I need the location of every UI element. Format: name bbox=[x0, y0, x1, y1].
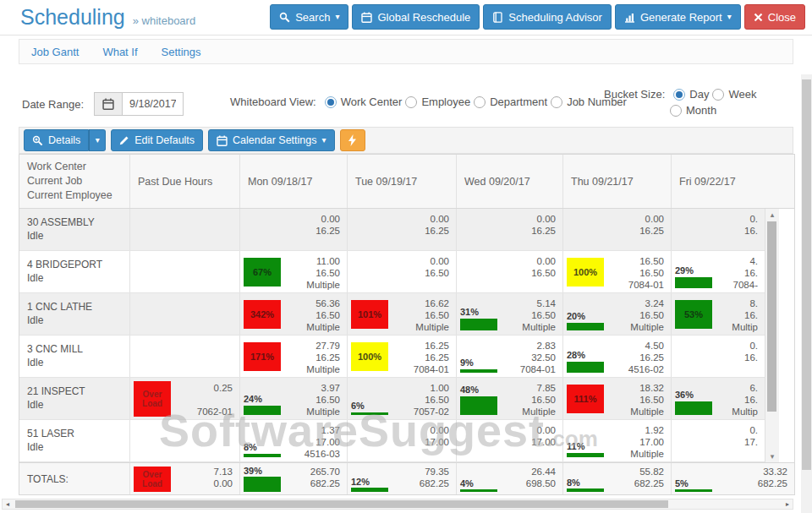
schedule-cell[interactable]: 8%1.3717.004516-03 bbox=[240, 420, 348, 461]
schedule-cell[interactable]: 31%5.1416.50Multiple bbox=[457, 293, 563, 335]
schedule-cell[interactable]: 100%16.2516.257084-01 bbox=[348, 336, 457, 377]
cell-values: 16.2516.257084-01 bbox=[392, 336, 456, 377]
schedule-cell[interactable]: 111%18.3216.50Multiple bbox=[563, 378, 672, 419]
tab-job-gantt[interactable]: Job Gantt bbox=[31, 46, 79, 58]
details-dropdown-button[interactable]: ▾ bbox=[89, 129, 106, 151]
cell-value-line: 16.50 bbox=[501, 394, 556, 406]
cell-value-line bbox=[392, 237, 449, 248]
grid-header-row: Work Center Current Job Current Employee… bbox=[19, 155, 794, 209]
utilization-badge bbox=[130, 209, 174, 250]
schedule-cell[interactable]: 0.16. bbox=[672, 209, 765, 250]
schedule-cell[interactable]: 101%16.6216.50Multiple bbox=[348, 293, 457, 335]
schedule-cell[interactable]: 0.0016.25 bbox=[240, 209, 348, 250]
schedule-cell[interactable]: 100%16.5016.507084-01 bbox=[563, 251, 672, 292]
schedule-cell[interactable]: 4%26.44698.50 bbox=[457, 463, 563, 494]
schedule-cell[interactable]: 11%1.9217.00Multiple bbox=[563, 420, 672, 461]
date-range-input[interactable] bbox=[123, 92, 184, 116]
schedule-cell[interactable]: 48%7.8516.50Multiple bbox=[457, 378, 563, 419]
radio-employee[interactable]: Employee bbox=[405, 96, 470, 108]
schedule-cell[interactable]: 0.0016.25 bbox=[563, 209, 672, 250]
schedule-cell[interactable]: 0.0016.25 bbox=[457, 209, 563, 250]
date-picker-button[interactable] bbox=[94, 92, 123, 116]
schedule-cell[interactable] bbox=[130, 420, 240, 461]
scroll-down-arrow-icon[interactable]: ▾ bbox=[765, 450, 779, 462]
cell-value-line bbox=[174, 225, 233, 237]
schedule-cell[interactable]: 53%8.16.Multip bbox=[672, 293, 765, 335]
calendar-settings-button[interactable]: Calendar Settings ▾ bbox=[208, 129, 334, 151]
radio-department[interactable]: Department bbox=[474, 96, 547, 108]
schedule-cell[interactable]: 28%4.5016.254516-02 bbox=[563, 336, 672, 377]
schedule-cell[interactable]: 8%55.82682.25 bbox=[563, 463, 672, 494]
schedule-cell[interactable]: 39%265.70682.25 bbox=[240, 463, 348, 494]
schedule-cell[interactable]: OverLoad0.257062-01 bbox=[130, 378, 240, 419]
schedule-cell[interactable]: 6%1.0016.507057-02 bbox=[348, 378, 457, 419]
schedule-cell[interactable] bbox=[130, 209, 240, 250]
cell-value-line: 16.25 bbox=[284, 225, 340, 237]
cell-value-line: Multiple bbox=[607, 406, 664, 417]
cell-value-line: 16.25 bbox=[392, 352, 449, 363]
schedule-cell[interactable]: 67%11.0016.50Multiple bbox=[240, 251, 348, 292]
header-line: Work Center bbox=[27, 160, 86, 174]
schedule-cell[interactable]: 12%79.35682.25 bbox=[348, 463, 457, 494]
cell-value-line: 0.00 bbox=[501, 213, 556, 225]
schedule-cell[interactable]: 0.17. bbox=[672, 420, 765, 461]
work-center-status: Idle bbox=[27, 398, 129, 412]
cell-value-line: 33.32 bbox=[716, 466, 787, 478]
cell-value-line: 16.50 bbox=[607, 309, 664, 321]
schedule-cell[interactable]: 171%27.7916.25Multiple bbox=[240, 336, 348, 377]
schedule-cell[interactable]: 342%56.3616.50Multiple bbox=[240, 293, 348, 335]
radio-day[interactable]: Day bbox=[673, 88, 709, 101]
schedule-cell[interactable]: 24%3.9716.50Multiple bbox=[240, 378, 348, 419]
schedule-cell[interactable]: 0.0016.50 bbox=[348, 251, 457, 292]
cell-value-line: 16. bbox=[716, 394, 758, 406]
radio-circle-icon bbox=[712, 89, 724, 101]
page-vertical-scrollbar[interactable] bbox=[801, 74, 812, 513]
cell-value-line: 265.70 bbox=[284, 466, 340, 478]
schedule-cell[interactable] bbox=[130, 251, 240, 292]
global-reschedule-button[interactable]: Global Reschedule bbox=[352, 4, 480, 30]
details-button[interactable]: Details bbox=[24, 129, 89, 151]
schedule-cell[interactable]: 36%6.16.Multip bbox=[672, 378, 765, 419]
inner-vertical-scrollbar[interactable]: ▴ ▾ bbox=[765, 209, 779, 462]
search-button[interactable]: Search ▾ bbox=[270, 4, 348, 30]
scroll-up-arrow-icon[interactable]: ▴ bbox=[765, 209, 779, 221]
radio-week[interactable]: Week bbox=[712, 88, 756, 101]
cell-value-line bbox=[716, 489, 787, 494]
schedule-cell[interactable]: 20%3.2416.50Multiple bbox=[563, 293, 672, 335]
horizontal-scrollbar-thumb[interactable] bbox=[15, 500, 668, 508]
scroll-right-arrow-icon[interactable]: ▸ bbox=[782, 499, 793, 509]
schedule-cell[interactable]: 0.0017.00 bbox=[348, 420, 457, 461]
edit-defaults-button[interactable]: Edit Defaults bbox=[111, 129, 203, 151]
schedule-cell[interactable]: 0.16. bbox=[672, 336, 765, 377]
schedule-cell[interactable]: 9%2.8332.507084-01 bbox=[457, 336, 563, 377]
table-row: 21 INSPECTIdleOverLoad0.257062-0124%3.97… bbox=[19, 378, 765, 420]
header-line: Current Employee bbox=[27, 188, 112, 203]
generate-report-button[interactable]: Generate Report ▾ bbox=[615, 4, 741, 30]
cell-value-line: Multiple bbox=[284, 279, 340, 291]
schedule-cell[interactable] bbox=[130, 336, 240, 377]
page-scrollbar-thumb[interactable] bbox=[802, 79, 811, 470]
inner-scrollbar-thumb[interactable] bbox=[767, 221, 776, 412]
schedule-cell[interactable]: 5%33.32682.25 bbox=[672, 463, 794, 494]
cell-values: 2.8332.507084-01 bbox=[501, 336, 562, 377]
tab-settings[interactable]: Settings bbox=[162, 46, 201, 58]
cell-value-line: 16.50 bbox=[392, 309, 449, 321]
schedule-cell[interactable]: 0.0016.25 bbox=[348, 209, 457, 250]
schedule-cell[interactable]: 0.0016.50 bbox=[457, 251, 563, 292]
scheduling-advisor-button[interactable]: Scheduling Advisor bbox=[483, 4, 612, 30]
schedule-cell[interactable]: 0.0017.00 bbox=[457, 420, 563, 461]
cell-values: 3.2416.50Multiple bbox=[607, 293, 671, 335]
header-day-tue: Tue 09/19/17 bbox=[348, 155, 457, 208]
schedule-cell[interactable] bbox=[130, 293, 240, 335]
utilization-badge: 9% bbox=[457, 336, 501, 377]
radio-work-center[interactable]: Work Center bbox=[325, 96, 403, 108]
schedule-cell[interactable]: OverLoad7.130.00 bbox=[130, 463, 240, 494]
close-button[interactable]: Close bbox=[744, 4, 805, 30]
schedule-cell[interactable]: 29%4.16.7084- bbox=[672, 251, 765, 292]
radio-month[interactable]: Month bbox=[670, 104, 716, 117]
cell-value-line: 16.50 bbox=[501, 309, 556, 321]
scroll-left-arrow-icon[interactable]: ◂ bbox=[3, 499, 13, 509]
horizontal-scrollbar[interactable]: ◂ ▸ bbox=[2, 499, 793, 510]
tab-what-if[interactable]: What If bbox=[102, 46, 137, 58]
auto-schedule-button[interactable] bbox=[340, 129, 365, 151]
